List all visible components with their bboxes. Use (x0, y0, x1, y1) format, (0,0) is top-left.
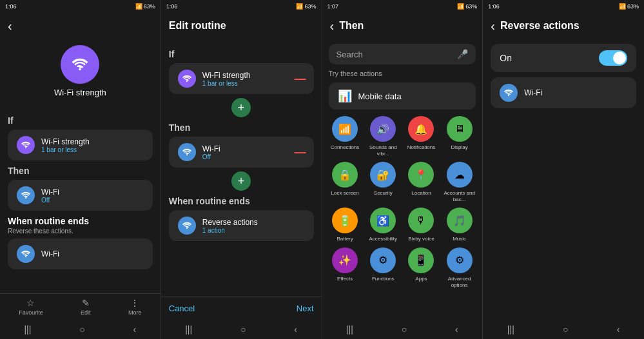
grid-display[interactable]: 🖥 Display (443, 116, 476, 157)
section-routine-label-2: When routine ends (169, 196, 314, 206)
section-then-label-1: Then (8, 166, 153, 176)
nav-bar-1: ‹ (0, 13, 161, 39)
screen1: 1:06 📶 63% ‹ Wi-Fi strength If Wi-Fi (0, 0, 161, 339)
grid-lockscreen[interactable]: 🔒 Lock screen (329, 162, 362, 202)
sys-nav-recent-3[interactable]: ||| (346, 324, 353, 334)
routine-card-2[interactable]: Reverse actions 1 action (169, 210, 314, 241)
system-nav-1: ||| ○ ‹ (0, 320, 161, 339)
sys-nav-recent-1[interactable]: ||| (24, 324, 31, 334)
toggle-label: On (500, 53, 512, 63)
if-card-text-2: Wi-Fi strength 1 bar or less (202, 71, 251, 87)
if-card-2[interactable]: Wi-Fi strength 1 bar or less — (169, 63, 314, 94)
tab-edit[interactable]: ✎ Edit (81, 298, 91, 316)
add-if-button[interactable]: + (231, 98, 251, 117)
screen3-content: Search 🎤 Try these actions 📊 Mobile data… (322, 39, 483, 320)
screen2: 1:06 📶 63% Edit routine If Wi-Fi strengt… (161, 0, 322, 339)
sys-nav-back-3[interactable]: ‹ (455, 324, 458, 334)
remove-btn-then[interactable]: — (295, 146, 306, 159)
grid-sounds[interactable]: 🔊 Sounds and vibr... (367, 116, 400, 157)
nav-bar-2: Edit routine (161, 13, 322, 39)
wifi-svg-4 (503, 88, 514, 98)
grid-accounts[interactable]: ☁ Accounts and bac... (443, 162, 476, 202)
edit-icon: ✎ (82, 298, 90, 308)
grid-apps[interactable]: 📱 Apps (405, 247, 438, 288)
grid-functions[interactable]: ⚙ Functions (367, 247, 400, 288)
wifi-hero-label: Wi-Fi strength (54, 88, 106, 97)
toggle-row[interactable]: On (491, 44, 636, 72)
system-nav-3: ||| ○ ‹ (322, 320, 483, 339)
next-button[interactable]: Next (297, 304, 314, 313)
grid-music[interactable]: 🎵 Music (443, 208, 476, 242)
sys-nav-back-1[interactable]: ‹ (133, 324, 137, 334)
add-btn-container-if: + (169, 98, 314, 117)
card-icon-1 (17, 136, 35, 154)
grid-connections[interactable]: 📶 Connections (329, 116, 362, 157)
grid-notifications[interactable]: 🔔 Notifications (405, 116, 438, 157)
sys-nav-recent-4[interactable]: ||| (507, 324, 514, 334)
grid-bixby[interactable]: 🎙 Bixby voice (405, 208, 438, 242)
if-card-1[interactable]: Wi-Fi strength 1 bar or less (8, 130, 153, 160)
connections-icon: 📶 (332, 116, 358, 142)
sys-nav-home-3[interactable]: ○ (402, 324, 407, 334)
sys-nav-home-2[interactable]: ○ (240, 324, 246, 334)
grid-location[interactable]: 📍 Location (405, 162, 438, 202)
lockscreen-icon: 🔒 (332, 162, 358, 188)
status-bar-4: 1:06 📶 63% (483, 0, 644, 13)
notifications-icon: 🔔 (408, 116, 434, 142)
screen4-content: On Wi-Fi (483, 39, 644, 320)
nav-bar-3: ‹ Then (322, 13, 483, 39)
wifi-hero-icon (61, 45, 99, 84)
sys-nav-recent-2[interactable]: ||| (185, 324, 192, 334)
routine-card-text-2: Reverse actions 1 action (202, 218, 258, 234)
screen1-content: If Wi-Fi strength 1 bar or less Then Wi-… (0, 105, 161, 293)
back-button-3[interactable]: ‹ (330, 19, 335, 34)
section-if-label-1: If (8, 115, 153, 126)
screen3: 1:07 📶 63% ‹ Then Search 🎤 Try these act… (322, 0, 483, 339)
cancel-button[interactable]: Cancel (169, 304, 195, 313)
accessibility-icon: ♿ (370, 208, 396, 233)
tab-favourite[interactable]: ☆ Favourite (19, 298, 43, 316)
sys-nav-back-4[interactable]: ‹ (617, 324, 620, 334)
then-card-2[interactable]: Wi-Fi Off — (169, 137, 314, 168)
wifi-icon-ends (21, 249, 31, 259)
back-button-1[interactable]: ‹ (8, 19, 12, 34)
sys-nav-home-4[interactable]: ○ (563, 324, 568, 334)
if-icon-2 (178, 70, 196, 88)
routine-icon-2 (178, 217, 196, 235)
screen4-title: Reverse actions (500, 20, 580, 32)
add-then-button[interactable]: + (231, 171, 251, 191)
add-btn-container-then: + (169, 171, 314, 191)
mobile-data-row[interactable]: 📊 Mobile data (329, 82, 476, 110)
status-bar-3: 1:07 📶 63% (322, 0, 483, 13)
wifi-icon-then-2 (182, 147, 192, 157)
status-time-1: 1:06 (5, 3, 17, 10)
grid-security[interactable]: 🔐 Security (367, 162, 400, 202)
grid-battery[interactable]: 🔋 Battery (329, 208, 362, 242)
sys-nav-home-1[interactable]: ○ (79, 324, 84, 334)
wifi-icon-if-2 (182, 73, 192, 84)
wifi-card-4[interactable]: Wi-Fi (491, 77, 636, 108)
back-button-4[interactable]: ‹ (491, 19, 495, 34)
music-icon: 🎵 (447, 208, 473, 233)
toggle-switch[interactable] (599, 50, 627, 66)
grid-advanced[interactable]: ⚙ Advanced options (443, 247, 476, 288)
section-then-label-2: Then (169, 122, 314, 133)
wifi-icon-then (21, 190, 31, 200)
display-icon: 🖥 (447, 116, 473, 142)
screen2-content: If Wi-Fi strength 1 bar or less — + Then (161, 39, 322, 296)
functions-icon: ⚙ (370, 247, 396, 273)
sys-nav-back-2[interactable]: ‹ (294, 324, 297, 334)
remove-btn-if[interactable]: — (295, 72, 306, 86)
security-icon: 🔐 (370, 162, 396, 188)
grid-accessibility[interactable]: ♿ Accessibility (367, 208, 400, 242)
search-bar[interactable]: Search 🎤 (329, 44, 476, 64)
location-icon: 📍 (408, 162, 434, 188)
toggle-knob (613, 52, 626, 64)
then-card-1[interactable]: Wi-Fi Off (8, 180, 153, 211)
routine-ends-card-1[interactable]: Wi-Fi (8, 238, 153, 269)
advanced-icon: ⚙ (447, 247, 473, 273)
tab-more[interactable]: ⋮ More (128, 298, 142, 316)
grid-effects[interactable]: ✨ Effects (329, 247, 362, 288)
search-mic-icon[interactable]: 🎤 (457, 49, 468, 59)
then-card-icon-1 (17, 186, 35, 204)
